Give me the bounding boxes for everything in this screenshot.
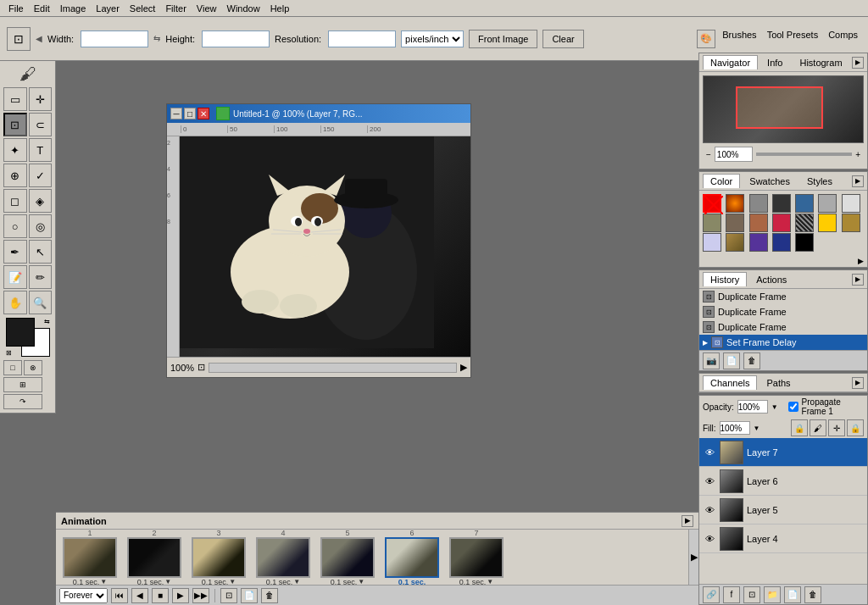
lasso-tool[interactable]: ⊂ xyxy=(29,113,52,136)
layer-style-btn[interactable]: f xyxy=(723,586,740,603)
maximize-button[interactable]: □ xyxy=(184,108,196,119)
opacity-dropdown-icon[interactable]: ▼ xyxy=(771,403,778,411)
canvas-image[interactable] xyxy=(180,136,470,357)
layer-link-btn[interactable]: 🔗 xyxy=(703,586,720,603)
layer-group-btn[interactable]: 📁 xyxy=(764,586,781,603)
history-item-0[interactable]: ⊡ Duplicate Frame xyxy=(699,289,867,304)
layer-mask-btn[interactable]: ⊡ xyxy=(743,586,760,603)
swatch-18[interactable] xyxy=(795,233,814,252)
frame-2-thumb[interactable] xyxy=(127,537,181,578)
frame-3[interactable]: 3 0,1 sec.▼ xyxy=(188,530,249,585)
scroll-arrow-right[interactable]: ▶ xyxy=(460,362,467,373)
layer7-visibility-toggle[interactable]: 👁 xyxy=(703,446,716,459)
swatch-8[interactable] xyxy=(726,214,744,232)
swatch-13[interactable] xyxy=(842,214,860,232)
channels-menu-arrow[interactable]: ▶ xyxy=(852,377,864,389)
swatch-0[interactable] xyxy=(703,194,721,213)
clone-stamp-tool[interactable]: ✓ xyxy=(29,164,53,187)
history-item-2[interactable]: ⊡ Duplicate Frame xyxy=(699,319,867,335)
swap-icon[interactable]: ⇆ xyxy=(153,34,160,43)
menu-view[interactable]: View xyxy=(192,2,222,15)
history-item-1[interactable]: ⊡ Duplicate Frame xyxy=(699,304,867,319)
eyedropper-tool[interactable]: ✏ xyxy=(29,265,53,289)
layer-item-layer7[interactable]: 👁 Layer 7 xyxy=(699,438,867,467)
layer4-visibility-toggle[interactable]: 👁 xyxy=(703,532,716,546)
tab-info[interactable]: Info xyxy=(760,55,790,70)
frame-4-time[interactable]: 0,1 sec.▼ xyxy=(266,578,300,586)
play-button[interactable]: ▶ xyxy=(172,588,189,603)
swatch-17[interactable] xyxy=(772,233,791,252)
resolution-input[interactable] xyxy=(328,31,396,47)
history-delete-btn[interactable]: 🗑 xyxy=(743,352,760,369)
layer-item-layer5[interactable]: 👁 Layer 5 xyxy=(699,496,867,525)
tab-swatches[interactable]: Swatches xyxy=(742,174,798,189)
healing-brush-tool[interactable]: ⊕ xyxy=(3,164,27,187)
history-item-3[interactable]: ▶ ⊡ Set Frame Delay xyxy=(699,335,867,350)
swatch-5[interactable] xyxy=(818,194,837,213)
frame-3-time[interactable]: 0,1 sec.▼ xyxy=(202,578,236,586)
navigator-menu-arrow[interactable]: ▶ xyxy=(852,57,864,69)
color-menu-arrow[interactable]: ▶ xyxy=(852,175,864,187)
tab-channels[interactable]: Channels xyxy=(703,375,757,390)
foreground-color-swatch[interactable] xyxy=(6,318,35,347)
tab-paths[interactable]: Paths xyxy=(759,375,798,391)
type-tool[interactable]: T xyxy=(29,138,53,162)
frame-7-thumb[interactable] xyxy=(449,537,504,578)
move-tool[interactable]: ✛ xyxy=(29,87,53,111)
swatch-1[interactable] xyxy=(726,194,744,213)
frame-7[interactable]: 7 0,1 sec.▼ xyxy=(446,530,507,585)
dodge-tool[interactable]: ○ xyxy=(3,214,27,238)
tab-actions[interactable]: Actions xyxy=(748,272,794,287)
tab-history[interactable]: History xyxy=(703,272,747,286)
navigator-crop-box[interactable] xyxy=(736,86,823,130)
window-titlebar[interactable]: ─ □ ✕ Untitled-1 @ 100% (Layer 7, RG... xyxy=(167,104,470,123)
layer5-visibility-toggle[interactable]: 👁 xyxy=(703,503,716,517)
menu-help[interactable]: Help xyxy=(265,2,295,15)
frame-1-time[interactable]: 0,1 sec.▼ xyxy=(73,578,107,586)
comps-label[interactable]: Comps xyxy=(825,30,861,48)
frame-5-thumb[interactable] xyxy=(320,537,375,578)
frame-3-thumb[interactable] xyxy=(192,537,246,578)
swatch-12[interactable] xyxy=(818,214,837,232)
frame-6-thumb[interactable] xyxy=(385,537,439,578)
styles-forward-icon[interactable]: ▶ xyxy=(858,257,864,265)
history-menu-arrow[interactable]: ▶ xyxy=(852,274,864,286)
swatch-16[interactable] xyxy=(749,233,768,252)
tab-color[interactable]: Color xyxy=(703,174,740,188)
layer6-visibility-toggle[interactable]: 👁 xyxy=(703,475,716,488)
frame-1-thumb[interactable] xyxy=(63,537,117,578)
crop-tool-icon[interactable]: ⊡ xyxy=(7,27,31,51)
layer-delete-btn[interactable]: 🗑 xyxy=(804,586,821,603)
swatch-4[interactable] xyxy=(795,194,814,213)
front-image-button[interactable]: Front Image xyxy=(469,30,537,48)
swatch-10[interactable] xyxy=(772,214,791,232)
direct-selection-tool[interactable]: ↖ xyxy=(29,240,53,264)
anim-scroll-right[interactable]: ▶ xyxy=(688,530,698,585)
tab-histogram[interactable]: Histogram xyxy=(792,55,849,70)
swatch-6[interactable] xyxy=(842,194,860,213)
tool-presets-label[interactable]: Tool Presets xyxy=(764,30,822,48)
zoom-in-icon[interactable]: + xyxy=(855,150,860,159)
frame-2-time[interactable]: 0,1 sec.▼ xyxy=(137,578,171,586)
close-button[interactable]: ✕ xyxy=(198,108,209,119)
tab-styles[interactable]: Styles xyxy=(799,174,840,189)
frame-7-time[interactable]: 0,1 sec.▼ xyxy=(459,578,493,586)
frame-5[interactable]: 5 0,1 sec.▼ xyxy=(317,530,378,585)
minimize-button[interactable]: ─ xyxy=(170,108,182,119)
screen-mode-btn[interactable]: ⊞ xyxy=(3,377,42,392)
frame-2[interactable]: 2 0,1 sec.▼ xyxy=(124,530,185,585)
canvas-info-icon[interactable]: ⊡ xyxy=(198,362,205,373)
history-new-snapshot-btn[interactable]: 📷 xyxy=(703,352,720,369)
palette-icon[interactable]: 🎨 xyxy=(697,30,715,48)
frame-1[interactable]: 1 0,1 sec.▼ xyxy=(59,530,120,585)
propagate-checkbox[interactable] xyxy=(788,402,798,412)
zoom-out-icon[interactable]: − xyxy=(706,150,711,159)
swatch-9[interactable] xyxy=(749,214,768,232)
eraser-tool[interactable]: ◻ xyxy=(3,189,27,213)
frame-4[interactable]: 4 0,1 sec.▼ xyxy=(253,530,314,585)
menu-edit[interactable]: Edit xyxy=(29,2,55,15)
delete-frame-button[interactable]: 🗑 xyxy=(261,588,278,603)
swatch-14[interactable] xyxy=(703,233,721,252)
lock-transparent-btn[interactable]: 🔒 xyxy=(791,419,808,436)
menu-image[interactable]: Image xyxy=(55,2,92,15)
